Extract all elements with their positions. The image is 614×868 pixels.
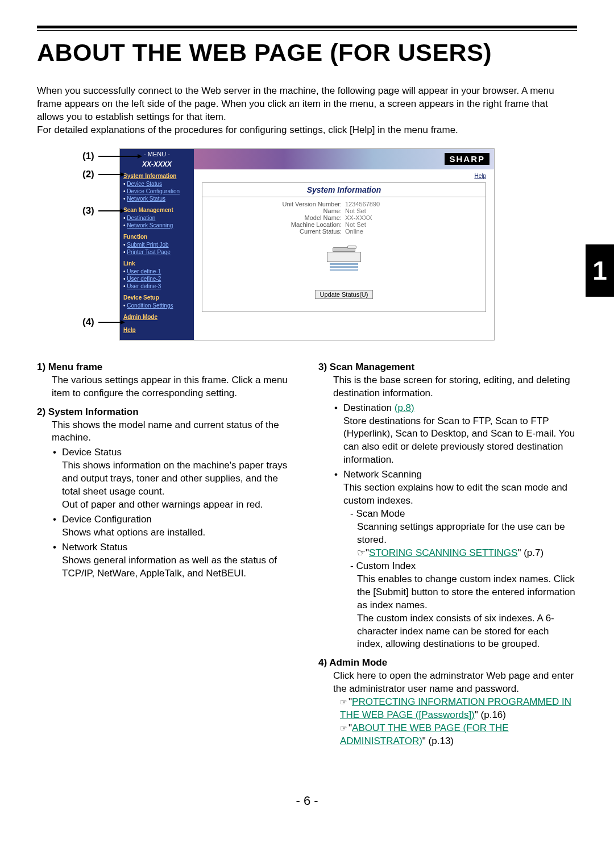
descriptions: 1) Menu frame The various settings appea… <box>37 358 577 754</box>
menu-network-scanning[interactable]: Network Scanning <box>127 222 173 229</box>
menu-user-define-1[interactable]: User define-1 <box>127 268 161 275</box>
desc-4-body: Click here to open the adminstrator Web … <box>333 670 577 696</box>
banner: SHARP <box>194 149 494 169</box>
callout-1: (1) <box>82 151 94 162</box>
menu-user-define-2[interactable]: User define-2 <box>127 276 161 282</box>
menu-destination[interactable]: Destination <box>127 215 155 221</box>
desc-4-head: 4) Admin Mode <box>318 657 577 670</box>
desc-3-head: 3) Scan Management <box>318 361 577 374</box>
help-link[interactable]: Help <box>474 173 486 179</box>
pointer-icon: ☞ <box>340 697 349 707</box>
menu-sec-function: Function <box>120 232 194 241</box>
link-p8[interactable]: (p.8) <box>395 402 414 413</box>
menu-printer-test[interactable]: Printer Test Page <box>127 249 171 255</box>
menu-admin-mode[interactable]: Admin Mode <box>120 313 194 321</box>
menu-header: - MENU - <box>120 149 194 159</box>
menu-sec-device-setup: Device Setup <box>120 293 194 302</box>
callout-3: (3) <box>82 205 94 217</box>
link-storing-scanning[interactable]: STORING SCANNING SETTINGS <box>369 547 517 558</box>
desc-3-body: This is the base screen for storing, edi… <box>333 374 577 400</box>
web-page-screenshot: (1) (2) (3) (4) - MENU - XX-XXXX System … <box>119 148 495 340</box>
sysinfo-title: System Information <box>202 183 486 197</box>
menu-device-config[interactable]: Device Configuration <box>127 188 180 194</box>
page-number: - 6 - <box>37 794 577 808</box>
menu-submit-print[interactable]: Submit Print Job <box>127 242 168 248</box>
page-title: ABOUT THE WEB PAGE (FOR USERS) <box>37 39 577 67</box>
sharp-logo: SHARP <box>445 153 489 165</box>
menu-sec-scan: Scan Management <box>120 206 194 214</box>
menu-help[interactable]: Help <box>120 326 194 334</box>
menu-network-status[interactable]: Network Status <box>127 196 165 202</box>
menu-model: XX-XXXX <box>120 159 194 172</box>
intro-text: When you successfully connect to the Web… <box>37 85 577 137</box>
menu-frame: - MENU - XX-XXXX System Information Devi… <box>120 149 194 340</box>
desc-1-head: 1) Menu frame <box>37 361 296 374</box>
callout-4: (4) <box>82 317 94 328</box>
menu-sec-sysinfo[interactable]: System Information <box>120 172 194 180</box>
callout-2: (2) <box>82 169 94 180</box>
printer-icon <box>324 247 364 279</box>
menu-sec-link: Link <box>120 259 194 268</box>
pointer-icon: ☞ <box>340 724 349 733</box>
pointer-icon: ☞ <box>357 547 366 558</box>
right-frame: SHARP Help System Information Unit Versi… <box>194 149 494 340</box>
desc-1-body: The various settings appear in this fram… <box>37 374 296 400</box>
menu-user-define-3[interactable]: User define-3 <box>127 283 161 289</box>
desc-2-head: 2) System Information <box>37 406 296 419</box>
desc-2-body: This shows the model name and current st… <box>52 419 296 445</box>
update-status-button[interactable]: Update Status(U) <box>315 290 374 299</box>
chapter-tab: 1 <box>586 244 614 297</box>
menu-device-status[interactable]: Device Status <box>127 181 162 187</box>
menu-condition-settings[interactable]: Condition Settings <box>127 302 173 309</box>
link-protecting-info[interactable]: PROTECTING INFORMATION PROGRAMMED IN THE… <box>340 696 571 720</box>
